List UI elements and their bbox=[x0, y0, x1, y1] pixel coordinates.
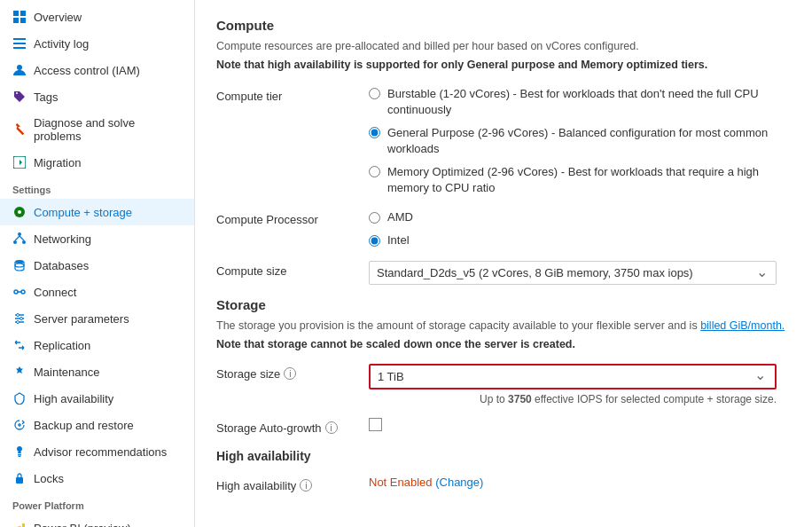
autogrowth-checkbox[interactable] bbox=[369, 418, 382, 431]
svg-point-7 bbox=[17, 65, 22, 70]
tier-memory-label: Memory Optimized (2-96 vCores) - Best fo… bbox=[387, 164, 791, 196]
compute-processor-label: Compute Processor bbox=[216, 209, 358, 226]
sidebar-item-server-parameters[interactable]: Server parameters bbox=[0, 305, 194, 332]
storage-info2: Note that storage cannot be scaled down … bbox=[216, 336, 791, 353]
tier-memory-radio[interactable] bbox=[369, 166, 380, 177]
tier-burstable-radio[interactable] bbox=[369, 88, 380, 99]
sidebar-item-tags[interactable]: Tags bbox=[0, 83, 194, 110]
ha-info-icon[interactable]: i bbox=[300, 479, 312, 492]
storage-title: Storage bbox=[216, 297, 791, 312]
sidebar-item-maintenance-label: Maintenance bbox=[34, 366, 99, 379]
storage-size-info-icon[interactable]: i bbox=[284, 367, 296, 380]
databases-icon bbox=[12, 258, 27, 272]
svg-rect-5 bbox=[13, 43, 26, 44]
processor-intel-radio[interactable] bbox=[369, 235, 380, 247]
compute-size-select[interactable]: Standard_D2ds_v5 (2 vCores, 8 GiB memory… bbox=[369, 261, 777, 285]
settings-section-label: Settings bbox=[0, 176, 194, 199]
storage-size-row: Storage size i 1 TiB Up to 3750 effectiv… bbox=[216, 364, 791, 405]
processor-intel-label: Intel bbox=[387, 232, 410, 248]
svg-point-26 bbox=[17, 321, 20, 324]
svg-point-25 bbox=[20, 318, 23, 320]
svg-line-14 bbox=[15, 236, 20, 240]
compute-size-label: Compute size bbox=[216, 261, 358, 278]
svg-point-11 bbox=[18, 232, 21, 236]
sidebar-item-access-control[interactable]: Access control (IAM) bbox=[0, 57, 194, 83]
person-shield-icon bbox=[12, 63, 27, 77]
sidebar-item-diagnose-label: Diagnose and solve problems bbox=[34, 116, 183, 143]
networking-icon bbox=[12, 232, 27, 246]
iops-note: Up to 3750 effective IOPS for selected c… bbox=[369, 393, 777, 405]
sidebar-item-connect[interactable]: Connect bbox=[0, 279, 194, 305]
sidebar-item-databases-label: Databases bbox=[34, 259, 89, 272]
sidebar-item-networking[interactable]: Networking bbox=[0, 225, 194, 252]
sidebar-item-maintenance[interactable]: Maintenance bbox=[0, 358, 194, 385]
sidebar-item-compute-storage[interactable]: Compute + storage bbox=[0, 199, 194, 225]
ha-label: High availability i bbox=[216, 476, 358, 492]
sidebar-item-replication-label: Replication bbox=[34, 339, 90, 352]
tag-icon bbox=[12, 90, 27, 104]
compute-tier-label: Compute tier bbox=[216, 86, 358, 103]
tier-burstable-option[interactable]: Burstable (1-20 vCores) - Best for workl… bbox=[369, 86, 791, 118]
storage-autogrowth-label: Storage Auto-growth i bbox=[216, 418, 358, 435]
sidebar-item-overview[interactable]: Overview bbox=[0, 4, 194, 30]
power-platform-label: Power Platform bbox=[0, 492, 194, 515]
svg-point-18 bbox=[14, 290, 18, 294]
sidebar-item-high-availability[interactable]: High availability bbox=[0, 385, 194, 412]
sidebar-item-power-bi[interactable]: Power BI (preview) bbox=[0, 515, 194, 527]
sidebar-item-migration[interactable]: Migration bbox=[0, 149, 194, 176]
svg-rect-1 bbox=[20, 11, 26, 16]
autogrowth-info-icon[interactable]: i bbox=[325, 421, 338, 434]
processor-amd-option[interactable]: AMD bbox=[369, 209, 791, 225]
tier-general-radio[interactable] bbox=[369, 127, 380, 138]
storage-autogrowth-control bbox=[369, 418, 791, 431]
sidebar-item-tags-label: Tags bbox=[34, 90, 58, 104]
tier-general-label: General Purpose (2-96 vCores) - Balanced… bbox=[387, 125, 791, 157]
sidebar-item-databases[interactable]: Databases bbox=[0, 252, 194, 279]
processor-amd-radio[interactable] bbox=[369, 212, 380, 224]
server-params-icon bbox=[12, 311, 27, 326]
sidebar-item-diagnose[interactable]: Diagnose and solve problems bbox=[0, 110, 194, 149]
storage-section: Storage The storage you provision is the… bbox=[216, 297, 791, 435]
svg-rect-34 bbox=[22, 523, 25, 527]
svg-point-13 bbox=[22, 240, 26, 244]
processor-intel-option[interactable]: Intel bbox=[369, 232, 791, 248]
compute-size-select-wrapper: Standard_D2ds_v5 (2 vCores, 8 GiB memory… bbox=[369, 261, 777, 285]
connect-icon bbox=[12, 285, 27, 299]
storage-size-control: 1 TiB Up to 3750 effective IOPS for sele… bbox=[369, 364, 791, 405]
sidebar-item-advisor[interactable]: Advisor recommendations bbox=[0, 438, 194, 465]
main-content: Compute Compute resources are pre-alloca… bbox=[195, 0, 812, 527]
svg-rect-31 bbox=[16, 477, 23, 484]
high-avail-icon bbox=[12, 391, 27, 405]
compute-storage-icon bbox=[12, 205, 27, 219]
svg-point-17 bbox=[15, 264, 24, 267]
sidebar-item-power-bi-label: Power BI (preview) bbox=[34, 522, 131, 528]
compute-tier-options: Burstable (1-20 vCores) - Best for workl… bbox=[369, 86, 791, 197]
sidebar-item-server-params-label: Server parameters bbox=[34, 312, 129, 326]
ha-section-title: High availability bbox=[216, 449, 791, 463]
replication-icon bbox=[12, 338, 27, 352]
sidebar-item-connect-label: Connect bbox=[34, 286, 76, 299]
ha-change-link[interactable]: (Change) bbox=[435, 476, 483, 489]
tier-memory-option[interactable]: Memory Optimized (2-96 vCores) - Best fo… bbox=[369, 164, 791, 196]
sidebar-item-replication[interactable]: Replication bbox=[0, 332, 194, 358]
maintenance-icon bbox=[12, 365, 27, 379]
compute-info1: Compute resources are pre-allocated and … bbox=[216, 38, 791, 55]
svg-point-24 bbox=[17, 314, 20, 317]
storage-size-select[interactable]: 1 TiB bbox=[371, 366, 775, 388]
compute-section: Compute Compute resources are pre-alloca… bbox=[216, 18, 791, 285]
ha-not-enabled-status: Not Enabled bbox=[369, 476, 433, 489]
storage-size-label: Storage size i bbox=[216, 364, 358, 381]
sidebar-item-locks[interactable]: Locks bbox=[0, 465, 194, 492]
migration-icon bbox=[12, 155, 27, 169]
sidebar-item-activity-log[interactable]: Activity log bbox=[0, 30, 194, 57]
list-icon bbox=[12, 36, 27, 51]
storage-size-select-wrapper: 1 TiB bbox=[369, 364, 777, 389]
compute-size-control: Standard_D2ds_v5 (2 vCores, 8 GiB memory… bbox=[369, 261, 791, 285]
compute-size-row: Compute size Standard_D2ds_v5 (2 vCores,… bbox=[216, 261, 791, 285]
backup-icon bbox=[12, 418, 27, 432]
sidebar-item-backup-label: Backup and restore bbox=[34, 419, 134, 432]
compute-tier-row: Compute tier Burstable (1-20 vCores) - B… bbox=[216, 86, 791, 197]
tier-general-option[interactable]: General Purpose (2-96 vCores) - Balanced… bbox=[369, 125, 791, 157]
storage-billed-link[interactable]: billed GiB/month. bbox=[700, 319, 785, 332]
sidebar-item-backup-restore[interactable]: Backup and restore bbox=[0, 412, 194, 438]
